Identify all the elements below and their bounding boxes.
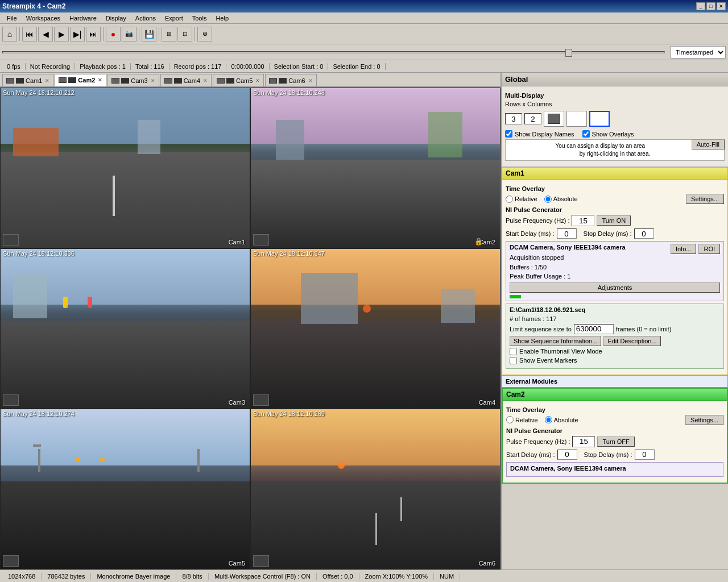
cam1-show-seq-info-button[interactable]: Show Sequence Information...	[510, 336, 601, 346]
camera-cell-5[interactable]: Sun May 24 18:12:10.274 Cam5	[0, 409, 250, 569]
seekbar-dropdown[interactable]: Timestamped	[671, 46, 726, 59]
cam2-pulse-freq-row: Pulse Frequency (Hz) : Turn OFF	[506, 436, 723, 447]
bottom-offset: Offset : 0,0	[317, 573, 359, 580]
cols-input[interactable]	[524, 113, 541, 124]
multi-display-section: Multi-Display Rows x Columns	[502, 86, 728, 167]
autofill-button[interactable]: Auto-Fill	[692, 139, 725, 149]
fps-status: 0 fps	[2, 63, 26, 70]
layout-1-button[interactable]	[544, 111, 564, 127]
skip-end-button[interactable]: ⏭	[86, 27, 101, 41]
cam1-edit-desc-button[interactable]: Edit Description...	[603, 336, 660, 346]
cam1-adjustments-button[interactable]: Adjustments	[510, 282, 720, 293]
cam2-pulse-freq-input[interactable]	[572, 436, 595, 447]
cam5-thumb	[3, 555, 19, 567]
menu-help[interactable]: Help	[211, 14, 233, 23]
close-button[interactable]: ✕	[717, 2, 726, 10]
menu-tools[interactable]: Tools	[188, 14, 212, 23]
camera-cell-1[interactable]: Sun May 24 18:12:10.212 Cam1	[0, 88, 250, 248]
grid2-button[interactable]: ⊡	[177, 27, 192, 41]
cam1-label: Cam1	[229, 239, 245, 246]
cam2-tab-icon2	[68, 77, 76, 83]
cam2-stop-delay-input[interactable]	[635, 450, 655, 460]
menu-workspaces[interactable]: Workspaces	[22, 14, 65, 23]
menu-actions[interactable]: Actions	[131, 14, 160, 23]
camera-cell-2[interactable]: Sun May 24 18:12:10.248 Cam2 🔒	[250, 88, 500, 248]
cam2-absolute-radio[interactable]	[545, 416, 552, 423]
cam2-panel-content: Time Overlay Relative Absolute Settings.…	[503, 401, 727, 483]
camera-cell-6[interactable]: Sun May 24 18:12:10.269 Cam6	[250, 409, 500, 569]
cam5-tab-close[interactable]: ✕	[255, 78, 260, 84]
cam1-frames-count-row: # of frames : 117	[510, 315, 720, 322]
cam1-relative-radio[interactable]	[506, 196, 513, 203]
cam2-relative-label[interactable]: Relative	[506, 416, 538, 423]
maximize-button[interactable]: □	[706, 2, 715, 10]
overlay-button[interactable]: ⊛	[197, 27, 212, 41]
cam1-thumbnail-checkbox[interactable]	[510, 348, 517, 355]
cam2-lock-icon: 🔒	[474, 238, 483, 246]
cam2-settings-button[interactable]: Settings...	[685, 415, 723, 425]
home-button[interactable]: ⌂	[2, 27, 17, 41]
cam2-start-delay-input[interactable]	[557, 450, 577, 460]
cam3-tab-close[interactable]: ✕	[151, 78, 155, 84]
snapshot-button[interactable]: 📷	[122, 27, 136, 41]
cam1-turn-on-button[interactable]: Turn ON	[597, 215, 631, 226]
menu-export[interactable]: Export	[160, 14, 188, 23]
skip-start-button[interactable]: ⏮	[22, 27, 37, 41]
cam-tab-cam6[interactable]: Cam6 ✕	[265, 74, 316, 86]
camera-grid: Sun May 24 18:12:10.212 Cam1 Sun May 24 …	[0, 88, 500, 569]
bottom-resolution: 1024x768	[2, 573, 42, 580]
cam-tab-cam4[interactable]: Cam4 ✕	[160, 74, 212, 86]
cam2-turn-off-button[interactable]: Turn OFF	[597, 436, 634, 447]
menu-display[interactable]: Display	[101, 14, 131, 23]
cam1-settings-button[interactable]: Settings...	[686, 194, 724, 204]
minimize-button[interactable]: _	[696, 2, 705, 10]
cam1-start-delay-input[interactable]	[557, 228, 577, 239]
cam1-event-markers-checkbox[interactable]	[510, 357, 517, 364]
prev-button[interactable]: ◀	[38, 27, 53, 41]
grid1-button[interactable]: ⊞	[162, 27, 176, 41]
cam1-pulse-freq-label: Pulse Frequency (Hz) :	[506, 217, 569, 224]
cam4-tab-close[interactable]: ✕	[203, 78, 208, 84]
cam1-limit-input[interactable]	[574, 324, 614, 334]
layout-3-button[interactable]	[589, 111, 610, 127]
cam1-relative-label[interactable]: Relative	[506, 196, 537, 203]
camera-cell-4[interactable]: Sun May 24 18:12:10.347 Cam4	[250, 248, 500, 409]
cam1-absolute-label[interactable]: Absolute	[544, 196, 578, 203]
cam2-panel-header: Cam2	[503, 389, 727, 401]
cam2-time-overlay-title: Time Overlay	[506, 406, 723, 413]
cam1-absolute-radio[interactable]	[544, 196, 552, 203]
cam3-tab-label: Cam3	[131, 77, 147, 84]
save-button[interactable]: 💾	[142, 27, 156, 41]
cam6-tab-close[interactable]: ✕	[308, 78, 313, 84]
time-status: 0:00:00.000	[226, 63, 269, 70]
cam2-timestamp: Sun May 24 18:12:10.248	[253, 89, 325, 96]
cam-tab-cam3[interactable]: Cam3 ✕	[107, 74, 159, 86]
cam2-absolute-label[interactable]: Absolute	[545, 416, 578, 423]
record-button[interactable]: ●	[106, 27, 121, 41]
menu-hardware[interactable]: Hardware	[65, 14, 101, 23]
show-overlays-checkbox[interactable]	[582, 130, 590, 138]
layout-2-button[interactable]	[566, 111, 587, 127]
cam-tab-cam2[interactable]: Cam2 ✕	[55, 74, 106, 86]
seekbar-thumb[interactable]	[565, 49, 572, 57]
cam1-thumbnail-row: Enable Thumbnail View Mode	[510, 348, 720, 355]
cam-tab-cam1[interactable]: Cam1 ✕	[2, 74, 53, 86]
cam4-label: Cam4	[479, 399, 495, 406]
seekbar[interactable]	[2, 51, 665, 53]
rows-input[interactable]	[505, 113, 522, 124]
cam1-pulse-freq-input[interactable]	[572, 215, 594, 226]
cam1-info-button[interactable]: Info...	[671, 244, 697, 254]
cam1-stop-delay-input[interactable]	[634, 228, 654, 239]
cam4-tab-label: Cam4	[184, 77, 200, 84]
cam-tab-cam5[interactable]: Cam5 ✕	[213, 74, 264, 86]
cam1-roi-button[interactable]: ROI	[698, 244, 720, 254]
cam2-relative-radio[interactable]	[506, 416, 514, 423]
cam2-tab-close[interactable]: ✕	[98, 77, 102, 83]
sep1	[19, 27, 20, 41]
cam1-tab-close[interactable]: ✕	[45, 78, 49, 84]
camera-cell-3[interactable]: Sun May 24 18:12:10.336 Cam3	[0, 248, 250, 409]
show-display-names-checkbox[interactable]	[505, 130, 512, 138]
next-button[interactable]: ▶|	[70, 27, 85, 41]
play-button[interactable]: ▶	[54, 27, 69, 41]
menu-file[interactable]: File	[2, 14, 22, 23]
